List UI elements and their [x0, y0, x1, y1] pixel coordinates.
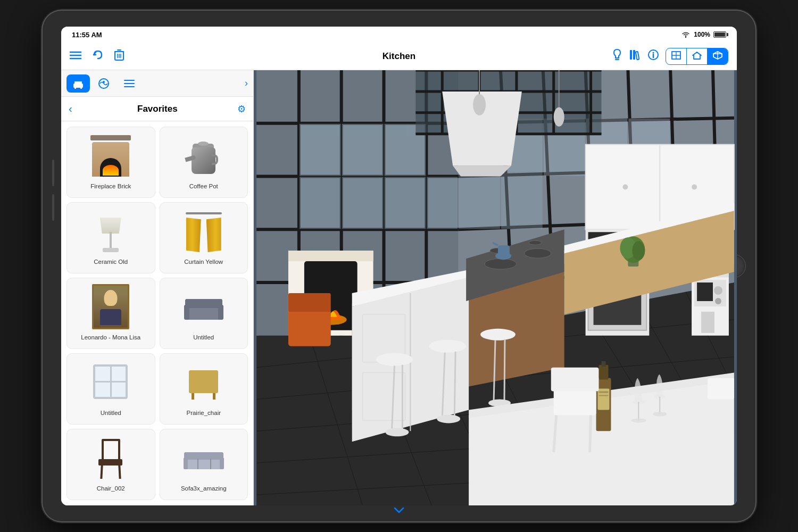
svg-rect-111: [288, 293, 331, 312]
svg-point-178: [631, 418, 646, 422]
list-item[interactable]: Chair_002: [66, 429, 155, 500]
svg-rect-26: [80, 87, 82, 89]
tab-furniture[interactable]: [66, 74, 90, 93]
tab-list[interactable]: [118, 74, 141, 93]
status-right: 100%: [681, 31, 726, 38]
item-thumb-untitled2: [71, 358, 151, 406]
svg-point-138: [525, 248, 551, 258]
toolbar-left: [70, 49, 124, 63]
list-item[interactable]: Untitled: [160, 278, 248, 349]
svg-rect-186: [708, 378, 734, 400]
list-item[interactable]: Sofa3x_amazing: [160, 429, 248, 500]
item-thumb-prairie: [164, 358, 244, 406]
panel-expand-icon[interactable]: ›: [245, 78, 248, 89]
item-thumb-fireplace: [71, 131, 151, 179]
svg-rect-142: [498, 245, 510, 257]
wifi-icon: [681, 31, 691, 38]
item-label-curtain: Curtain Yellow: [184, 258, 223, 266]
trash-icon[interactable]: [114, 49, 124, 63]
svg-rect-12: [630, 50, 632, 60]
svg-rect-23: [73, 84, 83, 88]
3d-view-btn[interactable]: [708, 48, 728, 64]
undo-icon[interactable]: [92, 49, 104, 63]
tab-materials[interactable]: [92, 74, 115, 93]
svg-point-17: [653, 52, 654, 54]
3d-view[interactable]: [254, 70, 737, 505]
item-label-sofa3x: Sofa3x_amazing: [181, 485, 227, 493]
item-thumb-curtain: [164, 207, 244, 255]
battery-icon: [713, 31, 726, 38]
svg-point-137: [485, 259, 517, 269]
prairie-thumbnail: [184, 365, 223, 400]
svg-rect-175: [599, 395, 609, 396]
item-label-untitled2: Untitled: [101, 409, 121, 417]
item-thumb-coffeepot: [164, 131, 244, 179]
menu-icon[interactable]: [70, 50, 81, 62]
svg-point-118: [376, 353, 413, 366]
svg-point-190: [632, 241, 645, 260]
item-thumb-chair002: [71, 434, 151, 481]
status-bar: 11:55 AM 100%: [61, 27, 737, 43]
panel-back-button[interactable]: ‹: [69, 103, 72, 115]
svg-rect-58: [342, 124, 384, 176]
kitchen-scene-svg: [254, 70, 737, 505]
info-icon[interactable]: [647, 49, 659, 63]
house-view-btn[interactable]: [687, 48, 708, 64]
svg-rect-171: [599, 365, 609, 380]
item-label-untitled1: Untitled: [193, 334, 214, 342]
fireplace-thumbnail: [89, 134, 132, 177]
list-item[interactable]: Fireplace Brick: [66, 127, 155, 198]
list-item[interactable]: Curtain Yellow: [160, 202, 248, 273]
svg-rect-14: [636, 52, 639, 60]
svg-point-96: [554, 107, 564, 127]
item-thumb-ceramic: [71, 207, 151, 255]
panel-header: ‹ Favorites ⚙: [61, 97, 253, 121]
list-item[interactable]: Ceramic Old: [66, 202, 155, 273]
battery-percent: 100%: [694, 31, 710, 38]
item-label-prairie: Prairie_chair: [186, 409, 221, 417]
item-thumb-untitled1: [164, 282, 244, 330]
library-icon[interactable]: [629, 49, 641, 63]
svg-point-122: [429, 340, 466, 353]
panel-settings-icon[interactable]: ⚙: [237, 103, 246, 115]
svg-point-0: [685, 37, 686, 38]
svg-point-125: [437, 414, 460, 423]
svg-rect-60: [300, 177, 341, 229]
floorplan-view-btn[interactable]: [666, 48, 687, 64]
main-toolbar: Kitchen: [61, 43, 737, 70]
svg-rect-172: [602, 361, 606, 367]
svg-point-148: [692, 184, 697, 189]
svg-rect-165: [701, 312, 714, 333]
svg-point-147: [622, 184, 628, 189]
list-item[interactable]: Prairie_chair: [160, 353, 248, 425]
svg-rect-61: [342, 177, 384, 229]
svg-rect-24: [74, 81, 82, 84]
svg-rect-182: [554, 389, 596, 415]
volume-down-button[interactable]: [52, 194, 54, 221]
panel-tabs: ›: [61, 70, 253, 97]
screen: 11:55 AM 100%: [61, 27, 737, 505]
item-label-ceramic: Ceramic Old: [94, 258, 128, 266]
list-item[interactable]: Coffee Pot: [160, 127, 248, 198]
list-item[interactable]: Leonardo - Mona Lisa: [66, 278, 155, 349]
svg-point-121: [386, 428, 409, 436]
list-item[interactable]: Untitled: [66, 353, 155, 425]
window-thumbnail: [92, 363, 129, 401]
volume-up-button[interactable]: [52, 160, 54, 186]
svg-point-164: [715, 298, 721, 304]
svg-rect-80: [501, 172, 543, 229]
item-label-monalisa: Leonardo - Mona Lisa: [81, 334, 140, 342]
svg-rect-183: [551, 368, 599, 392]
ceramic-thumbnail: [94, 210, 128, 252]
item-label-chair002: Chair_002: [97, 485, 125, 493]
favorites-title: Favorites: [78, 104, 237, 114]
svg-rect-25: [74, 87, 76, 89]
item-label-coffeepot: Coffee Pot: [189, 182, 218, 190]
svg-rect-62: [385, 177, 426, 229]
svg-point-181: [653, 412, 667, 416]
sofa3x-thumbnail: [182, 443, 225, 472]
coffeepot-thumbnail: [185, 134, 222, 177]
svg-point-94: [473, 94, 486, 115]
svg-line-185: [590, 415, 591, 452]
bulb-icon[interactable]: [611, 48, 623, 64]
